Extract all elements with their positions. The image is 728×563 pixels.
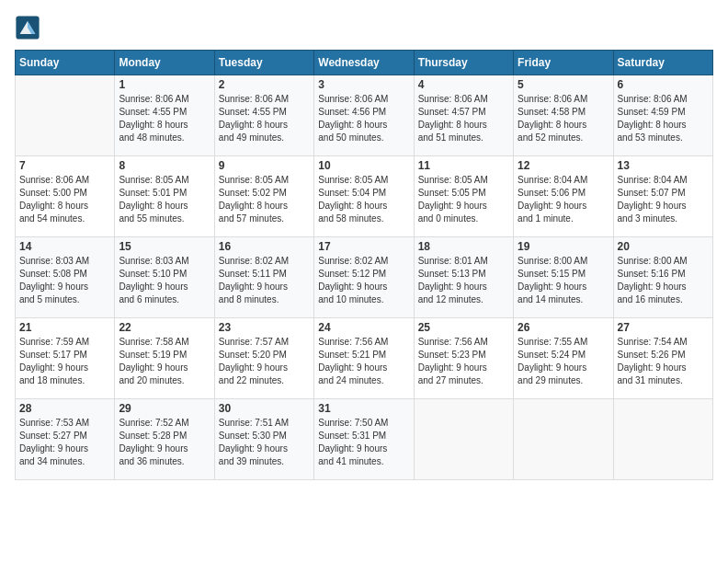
day-number: 28 [19, 402, 110, 415]
header-cell-tuesday: Tuesday [214, 51, 313, 75]
calendar-cell: 23Sunrise: 7:57 AMSunset: 5:20 PMDayligh… [214, 318, 313, 399]
day-info: Sunrise: 8:04 AMSunset: 5:07 PMDaylight:… [618, 174, 709, 225]
calendar-cell: 21Sunrise: 7:59 AMSunset: 5:17 PMDayligh… [16, 318, 115, 399]
calendar-cell: 8Sunrise: 8:05 AMSunset: 5:01 PMDaylight… [115, 156, 214, 237]
header-cell-monday: Monday [115, 51, 214, 75]
header-cell-thursday: Thursday [414, 51, 513, 75]
day-info: Sunrise: 8:05 AMSunset: 5:05 PMDaylight:… [418, 174, 509, 225]
day-info: Sunrise: 7:56 AMSunset: 5:23 PMDaylight:… [418, 336, 509, 387]
day-number: 18 [418, 240, 509, 253]
day-info: Sunrise: 7:50 AMSunset: 5:31 PMDaylight:… [318, 417, 409, 468]
day-number: 3 [318, 78, 409, 91]
day-info: Sunrise: 7:57 AMSunset: 5:20 PMDaylight:… [219, 336, 310, 387]
day-number: 13 [618, 159, 709, 172]
page-header [15, 15, 713, 40]
day-info: Sunrise: 8:06 AMSunset: 4:55 PMDaylight:… [219, 93, 310, 144]
day-info: Sunrise: 8:01 AMSunset: 5:13 PMDaylight:… [418, 255, 509, 306]
calendar-body: 1Sunrise: 8:06 AMSunset: 4:55 PMDaylight… [16, 75, 713, 480]
header-cell-wednesday: Wednesday [314, 51, 414, 75]
day-number: 25 [418, 321, 509, 334]
day-info: Sunrise: 8:05 AMSunset: 5:02 PMDaylight:… [219, 174, 310, 225]
calendar-cell: 29Sunrise: 7:52 AMSunset: 5:28 PMDayligh… [115, 399, 214, 480]
day-info: Sunrise: 8:06 AMSunset: 4:56 PMDaylight:… [318, 93, 409, 144]
day-number: 5 [518, 78, 609, 91]
day-number: 11 [418, 159, 509, 172]
calendar-week-1: 1Sunrise: 8:06 AMSunset: 4:55 PMDaylight… [16, 75, 713, 156]
day-number: 27 [618, 321, 709, 334]
calendar-cell [514, 399, 613, 480]
day-number: 26 [518, 321, 609, 334]
calendar-table: SundayMondayTuesdayWednesdayThursdayFrid… [15, 50, 713, 480]
day-number: 7 [19, 159, 110, 172]
day-number: 6 [618, 78, 709, 91]
calendar-cell: 9Sunrise: 8:05 AMSunset: 5:02 PMDaylight… [214, 156, 313, 237]
day-number: 16 [219, 240, 310, 253]
calendar-cell: 20Sunrise: 8:00 AMSunset: 5:16 PMDayligh… [613, 237, 712, 318]
day-info: Sunrise: 8:00 AMSunset: 5:16 PMDaylight:… [618, 255, 709, 306]
day-number: 1 [119, 78, 210, 91]
day-number: 14 [19, 240, 110, 253]
day-info: Sunrise: 7:55 AMSunset: 5:24 PMDaylight:… [518, 336, 609, 387]
calendar-cell: 25Sunrise: 7:56 AMSunset: 5:23 PMDayligh… [414, 318, 513, 399]
day-info: Sunrise: 7:52 AMSunset: 5:28 PMDaylight:… [119, 417, 210, 468]
day-info: Sunrise: 8:03 AMSunset: 5:08 PMDaylight:… [19, 255, 110, 306]
calendar-week-4: 21Sunrise: 7:59 AMSunset: 5:17 PMDayligh… [16, 318, 713, 399]
calendar-cell: 31Sunrise: 7:50 AMSunset: 5:31 PMDayligh… [314, 399, 414, 480]
calendar-cell: 15Sunrise: 8:03 AMSunset: 5:10 PMDayligh… [115, 237, 214, 318]
day-info: Sunrise: 8:06 AMSunset: 5:00 PMDaylight:… [19, 174, 110, 225]
day-number: 29 [119, 402, 210, 415]
day-info: Sunrise: 8:04 AMSunset: 5:06 PMDaylight:… [518, 174, 609, 225]
calendar-cell: 6Sunrise: 8:06 AMSunset: 4:59 PMDaylight… [613, 75, 712, 156]
day-info: Sunrise: 8:06 AMSunset: 4:59 PMDaylight:… [618, 93, 709, 144]
calendar-cell: 17Sunrise: 8:02 AMSunset: 5:12 PMDayligh… [314, 237, 414, 318]
day-info: Sunrise: 7:53 AMSunset: 5:27 PMDaylight:… [19, 417, 110, 468]
calendar-cell: 19Sunrise: 8:00 AMSunset: 5:15 PMDayligh… [514, 237, 613, 318]
calendar-week-3: 14Sunrise: 8:03 AMSunset: 5:08 PMDayligh… [16, 237, 713, 318]
day-info: Sunrise: 7:54 AMSunset: 5:26 PMDaylight:… [618, 336, 709, 387]
header-row: SundayMondayTuesdayWednesdayThursdayFrid… [16, 51, 713, 75]
calendar-cell: 1Sunrise: 8:06 AMSunset: 4:55 PMDaylight… [115, 75, 214, 156]
calendar-cell: 13Sunrise: 8:04 AMSunset: 5:07 PMDayligh… [613, 156, 712, 237]
day-number: 12 [518, 159, 609, 172]
day-info: Sunrise: 8:06 AMSunset: 4:57 PMDaylight:… [418, 93, 509, 144]
day-number: 10 [318, 159, 409, 172]
header-cell-saturday: Saturday [613, 51, 712, 75]
calendar-cell: 2Sunrise: 8:06 AMSunset: 4:55 PMDaylight… [214, 75, 313, 156]
header-cell-friday: Friday [514, 51, 613, 75]
day-info: Sunrise: 8:06 AMSunset: 4:58 PMDaylight:… [518, 93, 609, 144]
calendar-cell: 14Sunrise: 8:03 AMSunset: 5:08 PMDayligh… [16, 237, 115, 318]
day-number: 23 [219, 321, 310, 334]
calendar-cell: 26Sunrise: 7:55 AMSunset: 5:24 PMDayligh… [514, 318, 613, 399]
day-info: Sunrise: 7:51 AMSunset: 5:30 PMDaylight:… [219, 417, 310, 468]
calendar-cell: 18Sunrise: 8:01 AMSunset: 5:13 PMDayligh… [414, 237, 513, 318]
calendar-cell: 7Sunrise: 8:06 AMSunset: 5:00 PMDaylight… [16, 156, 115, 237]
day-number: 19 [518, 240, 609, 253]
calendar-cell: 5Sunrise: 8:06 AMSunset: 4:58 PMDaylight… [514, 75, 613, 156]
day-info: Sunrise: 8:05 AMSunset: 5:04 PMDaylight:… [318, 174, 409, 225]
day-info: Sunrise: 8:03 AMSunset: 5:10 PMDaylight:… [119, 255, 210, 306]
day-number: 4 [418, 78, 509, 91]
day-number: 2 [219, 78, 310, 91]
calendar-cell [414, 399, 513, 480]
day-number: 24 [318, 321, 409, 334]
day-number: 22 [119, 321, 210, 334]
day-info: Sunrise: 7:58 AMSunset: 5:19 PMDaylight:… [119, 336, 210, 387]
day-number: 15 [119, 240, 210, 253]
day-info: Sunrise: 8:00 AMSunset: 5:15 PMDaylight:… [518, 255, 609, 306]
day-info: Sunrise: 7:56 AMSunset: 5:21 PMDaylight:… [318, 336, 409, 387]
calendar-cell [613, 399, 712, 480]
day-number: 30 [219, 402, 310, 415]
day-number: 31 [318, 402, 409, 415]
calendar-cell: 16Sunrise: 8:02 AMSunset: 5:11 PMDayligh… [214, 237, 313, 318]
calendar-cell: 11Sunrise: 8:05 AMSunset: 5:05 PMDayligh… [414, 156, 513, 237]
calendar-cell: 28Sunrise: 7:53 AMSunset: 5:27 PMDayligh… [16, 399, 115, 480]
calendar-cell: 30Sunrise: 7:51 AMSunset: 5:30 PMDayligh… [214, 399, 313, 480]
day-info: Sunrise: 8:05 AMSunset: 5:01 PMDaylight:… [119, 174, 210, 225]
day-number: 20 [618, 240, 709, 253]
calendar-cell [16, 75, 115, 156]
day-info: Sunrise: 8:02 AMSunset: 5:11 PMDaylight:… [219, 255, 310, 306]
calendar-cell: 27Sunrise: 7:54 AMSunset: 5:26 PMDayligh… [613, 318, 712, 399]
calendar-cell: 3Sunrise: 8:06 AMSunset: 4:56 PMDaylight… [314, 75, 414, 156]
logo [15, 15, 44, 40]
calendar-week-2: 7Sunrise: 8:06 AMSunset: 5:00 PMDaylight… [16, 156, 713, 237]
